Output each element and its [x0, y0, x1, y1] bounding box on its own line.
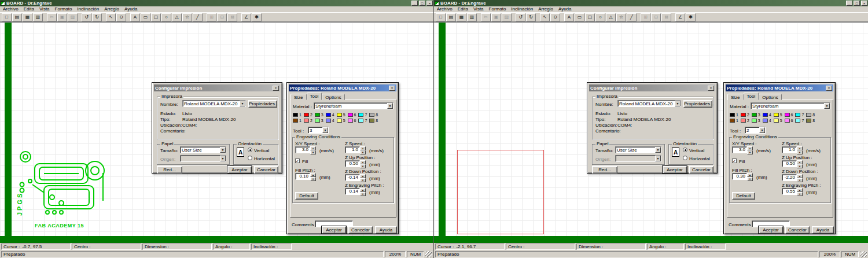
default-button[interactable]: Default	[732, 192, 755, 200]
tab-tool[interactable]: Tool	[307, 93, 322, 100]
horizontal-radio[interactable]	[248, 156, 252, 160]
chevron-down-icon[interactable]: ▼	[387, 103, 393, 109]
chevron-down-icon[interactable]: ▼	[240, 101, 245, 106]
spinner-arrows-icon[interactable]: ▲▼	[797, 160, 803, 167]
palette-swatch[interactable]	[785, 113, 790, 117]
chevron-down-icon[interactable]: ▼	[824, 103, 830, 109]
help-button[interactable]: Ayuda	[812, 226, 834, 234]
palette-swatch[interactable]	[315, 119, 320, 123]
xy-speed-spinner[interactable]: 3.0 ▲▼	[295, 146, 317, 153]
rectangle-object[interactable]	[457, 150, 544, 234]
fill-checkbox[interactable]: ✓	[295, 159, 300, 163]
accept-button[interactable]: Aceptar	[322, 226, 346, 234]
z-speed-spinner[interactable]: 1.0 ▲▼	[345, 146, 367, 153]
chevron-down-icon[interactable]: ▼	[322, 127, 328, 133]
save-button[interactable]: ▦	[23, 13, 32, 21]
cancel-button[interactable]: Cancelar	[785, 226, 810, 234]
menu-vista[interactable]: Vista	[39, 7, 50, 12]
palette-swatch[interactable]	[337, 119, 342, 123]
print-button[interactable]: ▥	[33, 13, 43, 21]
spinner-arrows-icon[interactable]: ▲▼	[310, 146, 316, 153]
menu-archivo[interactable]: Archivo	[437, 7, 453, 12]
close-icon[interactable]: ×	[826, 86, 832, 91]
menu-formato[interactable]: Formato	[55, 7, 72, 12]
tool-select[interactable]: 3 ▼	[308, 127, 329, 134]
z-speed-spinner[interactable]: 1.0 ▲▼	[782, 146, 804, 153]
star-tool-button[interactable]: ☆	[616, 13, 626, 21]
menu-ayuda[interactable]: Ayuda	[558, 7, 572, 12]
spinner-arrows-icon[interactable]: ▲▼	[797, 146, 803, 153]
palette-swatch[interactable]	[369, 119, 374, 123]
settings-button[interactable]: ✱	[686, 13, 696, 21]
z-engraving-spinner[interactable]: 0.14 ▲▼	[345, 188, 367, 195]
xy-speed-spinner[interactable]: 3.0 ▲▼	[732, 146, 754, 153]
palette-swatch[interactable]	[741, 113, 746, 117]
tab-size[interactable]: Size	[727, 94, 744, 100]
dialog-titlebar[interactable]: Configurar impresión ×	[154, 84, 280, 91]
spinner-arrows-icon[interactable]: ▲▼	[360, 188, 366, 195]
redo-button[interactable]: ↻	[526, 13, 536, 21]
cancel-button[interactable]: Cancelar	[689, 166, 713, 174]
menu-arreglo[interactable]: Arreglo	[538, 7, 553, 12]
minimize-button[interactable]: _	[846, 1, 852, 6]
align-left-button[interactable]: ⊞	[641, 13, 650, 21]
cut-button[interactable]: ✂	[47, 13, 57, 21]
z-engraving-spinner[interactable]: 0.55 ▲▼	[782, 188, 804, 195]
spinner-arrows-icon[interactable]: ▲▼	[747, 173, 753, 180]
palette-swatch[interactable]	[315, 113, 320, 117]
select-tool-button[interactable]: ↖	[540, 13, 550, 21]
palette-swatch[interactable]	[752, 113, 757, 117]
accept-button[interactable]: Aceptar	[663, 166, 687, 174]
material-select[interactable]: Styrenefoam ▼	[751, 102, 830, 109]
cancel-button[interactable]: Cancelar	[348, 226, 373, 234]
default-button[interactable]: Default	[295, 192, 318, 200]
menu-inclinacion[interactable]: Inclinación	[77, 7, 99, 12]
menu-arreglo[interactable]: Arreglo	[104, 7, 119, 12]
menu-archivo[interactable]: Archivo	[3, 7, 19, 12]
close-button[interactable]: ×	[426, 1, 433, 6]
z-up-spinner[interactable]: 0.50 ▲▼	[782, 160, 804, 167]
open-button[interactable]: ▤	[12, 13, 22, 21]
rounded-rectangle-tool-button[interactable]: ▢	[585, 13, 595, 21]
text-tool-button[interactable]: A	[130, 13, 140, 21]
palette-swatch[interactable]	[774, 119, 779, 123]
palette-swatch[interactable]	[785, 119, 790, 123]
palette-swatch[interactable]	[348, 113, 353, 117]
accept-button[interactable]: Aceptar	[227, 166, 252, 174]
vertical-radio[interactable]	[683, 148, 687, 152]
palette-swatch[interactable]	[337, 113, 342, 117]
tab-options[interactable]: Options	[322, 94, 345, 100]
palette-swatch[interactable]	[730, 119, 735, 123]
measure-button[interactable]: ∠	[241, 13, 251, 21]
palette-swatch[interactable]	[763, 113, 768, 117]
open-button[interactable]: ▤	[446, 13, 456, 21]
z-down-spinner[interactable]: -2.20 ▲▼	[782, 174, 804, 181]
chevron-down-icon[interactable]: ▼	[675, 101, 681, 106]
palette-swatch[interactable]	[730, 113, 735, 117]
menu-edita[interactable]: Edita	[458, 7, 468, 12]
undo-button[interactable]: ↺	[516, 13, 525, 21]
accept-button[interactable]: Aceptar	[759, 226, 783, 234]
align-right-button[interactable]: ⊠	[661, 13, 671, 21]
close-icon[interactable]: ×	[273, 86, 279, 91]
palette-swatch[interactable]	[326, 119, 331, 123]
text-tool-button[interactable]: A	[564, 13, 574, 21]
palette-swatch[interactable]	[806, 119, 811, 123]
paper-size-select[interactable]: User Size ▼	[180, 146, 226, 153]
new-button[interactable]: □	[436, 13, 446, 21]
palette-swatch[interactable]	[304, 113, 309, 117]
settings-button[interactable]: ✱	[252, 13, 262, 21]
tab-size[interactable]: Size	[290, 94, 307, 100]
palette-swatch[interactable]	[741, 119, 746, 123]
titlebar[interactable]: BOARD - Dr.Engrave _ □ ×	[434, 0, 868, 6]
save-button[interactable]: ▦	[457, 13, 466, 21]
palette-swatch[interactable]	[752, 119, 757, 123]
new-button[interactable]: □	[2, 13, 12, 21]
tab-tool[interactable]: Tool	[744, 93, 759, 100]
printer-name-select[interactable]: Roland MODELA MDX-20 ▼	[617, 100, 681, 107]
spinner-arrows-icon[interactable]: ▲▼	[797, 188, 803, 195]
polygon-tool-button[interactable]: △	[172, 13, 182, 21]
rounded-rectangle-tool-button[interactable]: ▢	[151, 13, 161, 21]
fill-pitch-spinner[interactable]: 0.10 ▲▼	[295, 173, 317, 180]
spinner-arrows-icon[interactable]: ▲▼	[310, 173, 316, 180]
